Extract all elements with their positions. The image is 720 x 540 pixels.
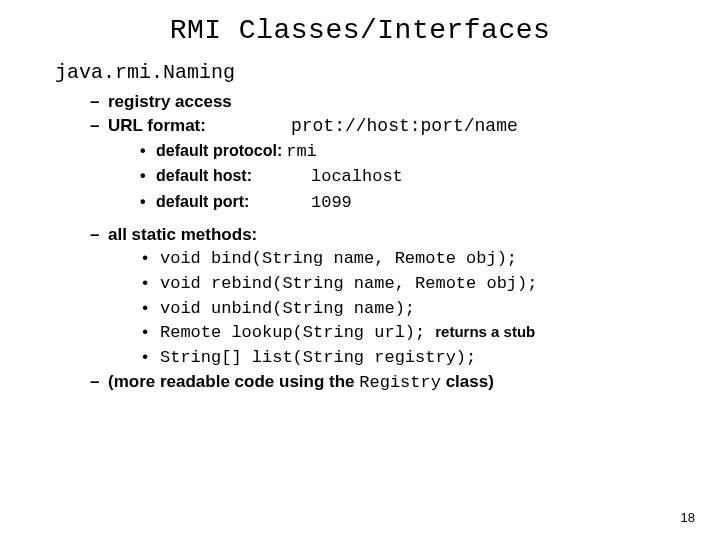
- method-unbind: •void unbind(String name);: [140, 297, 720, 322]
- default-protocol-value: rmi: [286, 139, 317, 165]
- page-title: RMI Classes/Interfaces: [0, 0, 720, 56]
- method-lookup-note: returns a stub: [435, 321, 535, 343]
- bullet-default-port: • default port: 1099: [140, 190, 720, 216]
- method-list: •String[] list(String registry);: [140, 346, 720, 371]
- bullet-registry-access: – registry access: [90, 90, 720, 114]
- method-bind: •void bind(String name, Remote obj);: [140, 247, 720, 272]
- method-lookup: •Remote lookup(String url); returns a st…: [140, 321, 720, 346]
- default-port-value: 1099: [311, 190, 352, 216]
- bullet-default-host: • default host: localhost: [140, 164, 720, 190]
- page-number: 18: [681, 510, 695, 525]
- methods-list: •void bind(String name, Remote obj); •vo…: [140, 247, 720, 370]
- bullet-static-methods: – all static methods:: [90, 223, 720, 247]
- class-name: java.rmi.Naming: [55, 61, 720, 84]
- method-rebind: •void rebind(String name, Remote obj);: [140, 272, 720, 297]
- bullet-more-readable: – (more readable code using the Registry…: [90, 370, 720, 395]
- bullet-default-protocol: • default protocol: rmi: [140, 139, 720, 165]
- default-host-value: localhost: [311, 164, 403, 190]
- url-format-value: prot://host:port/name: [291, 114, 518, 139]
- bullet-url-format: – URL format: prot://host:port/name: [90, 114, 720, 139]
